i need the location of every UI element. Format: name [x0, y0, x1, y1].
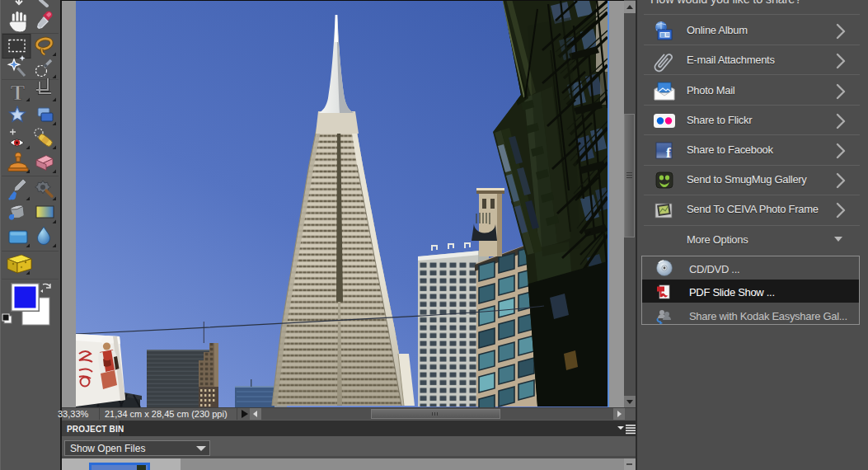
svg-text:T: T — [11, 81, 25, 105]
svg-text:f: f — [666, 145, 671, 161]
